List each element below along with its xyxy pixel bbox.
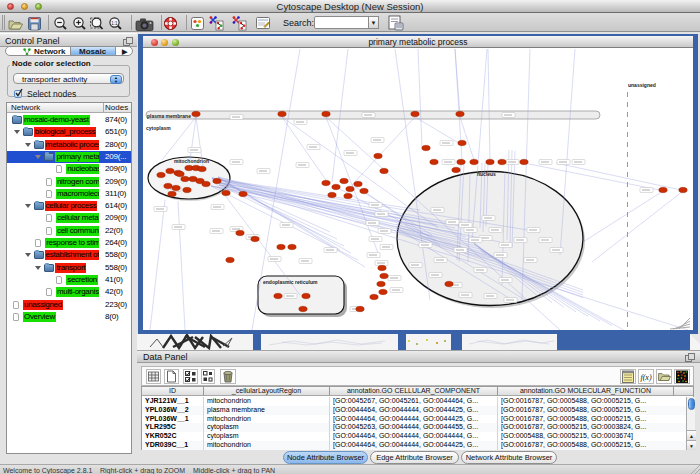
svg-text:f(x): f(x) [640,373,651,382]
svg-text:cytoplasm: cytoplasm [146,125,171,131]
svg-text:unassigned: unassigned [628,82,656,88]
svg-text:nucleus: nucleus [477,171,496,177]
svg-text:1:1: 1:1 [111,21,118,26]
svg-text:plasma membrane: plasma membrane [147,113,191,119]
svg-text:endoplasmic reticulum: endoplasmic reticulum [263,279,318,285]
svg-text:mitochondrion: mitochondrion [174,158,209,164]
